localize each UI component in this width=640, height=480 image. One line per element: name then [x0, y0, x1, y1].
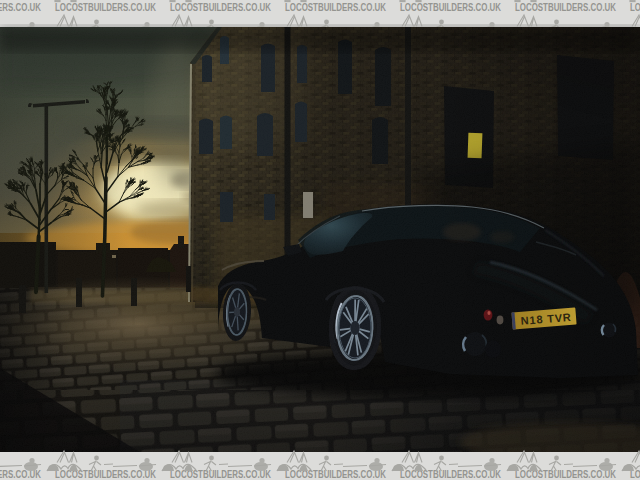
- svg-text:LOCOSTBUILDERS.CO.UK: LOCOSTBUILDERS.CO.UK: [170, 1, 271, 13]
- svg-text:LOCOSTBUILDERS.CO.UK: LOCOSTBUILDERS.CO.UK: [285, 1, 386, 13]
- svg-text:LOCOSTBUILDERS.CO.UK: LOCOSTBUILDERS.CO.UK: [0, 1, 41, 13]
- svg-text:LOCOSTBUILDERS.CO.UK: LOCOSTBUILDERS.CO.UK: [55, 1, 156, 13]
- svg-text:LOCOSTBUILDERS.CO.UK: LOCOSTBUILDERS.CO.UK: [515, 1, 616, 13]
- svg-text:LOCOSTBUILDERS.CO.UK: LOCOSTBUILDERS.CO.UK: [400, 1, 501, 13]
- svg-text:LOCOSTBUILDERS.CO.UK: LOCOSTBUILDERS.CO.UK: [630, 1, 640, 13]
